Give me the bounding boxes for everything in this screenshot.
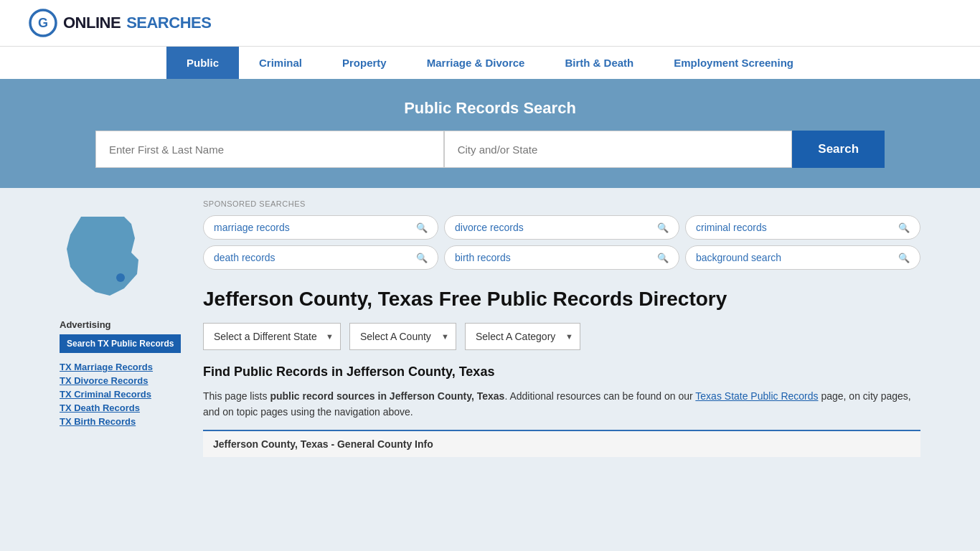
main-nav: Public Criminal Property Marriage & Divo… [0, 46, 980, 79]
city-input[interactable] [444, 131, 793, 168]
search-icon-death: 🔍 [416, 253, 428, 263]
search-tag-birth[interactable]: birth records 🔍 [444, 245, 679, 270]
nav-item-criminal[interactable]: Criminal [239, 47, 322, 79]
main-wrapper: Advertising Search TX Public Records TX … [45, 188, 935, 457]
sidebar-link-criminal[interactable]: TX Criminal Records [60, 389, 189, 400]
sidebar-link-divorce[interactable]: TX Divorce Records [60, 375, 189, 386]
search-button[interactable]: Search [792, 131, 885, 168]
nav-item-property[interactable]: Property [322, 47, 407, 79]
search-tag-background[interactable]: background search 🔍 [685, 245, 920, 270]
sponsored-label: SPONSORED SEARCHES [203, 199, 920, 208]
nav-item-public[interactable]: Public [166, 47, 239, 79]
search-banner-title: Public Records Search [29, 99, 951, 118]
search-tag-marriage[interactable]: marriage records 🔍 [203, 215, 438, 240]
category-dropdown-wrap: Select A Category [465, 323, 580, 350]
state-dropdown[interactable]: Select a Different State [203, 323, 341, 350]
content-area: SPONSORED SEARCHES marriage records 🔍 di… [189, 188, 920, 457]
search-icon-divorce: 🔍 [657, 222, 669, 233]
state-dropdown-wrap: Select a Different State [203, 323, 341, 350]
nav-item-birth[interactable]: Birth & Death [545, 47, 654, 79]
find-paragraph: This page lists public record sources in… [203, 388, 920, 420]
logo-text-online: ONLINE [63, 14, 121, 32]
search-tag-death[interactable]: death records 🔍 [203, 245, 438, 270]
search-tags-grid: marriage records 🔍 divorce records 🔍 cri… [203, 215, 920, 270]
category-dropdown[interactable]: Select A Category [465, 323, 580, 350]
county-info-bar: Jefferson County, Texas - General County… [203, 430, 920, 457]
nav-item-marriage[interactable]: Marriage & Divorce [407, 47, 545, 79]
find-para-bold: public record sources in Jefferson Count… [270, 390, 504, 402]
svg-point-2 [116, 273, 125, 282]
logo-icon: G [29, 9, 57, 37]
find-heading: Find Public Records in Jefferson County,… [203, 364, 920, 380]
nav-item-employment[interactable]: Employment Screening [654, 47, 814, 79]
svg-text:G: G [38, 16, 48, 30]
sidebar-advertising-label: Advertising [60, 319, 189, 330]
sidebar-ad-button[interactable]: Search TX Public Records [60, 334, 181, 353]
search-icon-marriage: 🔍 [416, 222, 428, 233]
sidebar-link-birth[interactable]: TX Birth Records [60, 416, 189, 427]
sidebar-link-marriage[interactable]: TX Marriage Records [60, 362, 189, 372]
dropdowns-row: Select a Different State Select A County… [203, 323, 920, 350]
header: G ONLINE SEARCHES [0, 0, 980, 46]
sidebar: Advertising Search TX Public Records TX … [60, 188, 189, 457]
sidebar-link-death[interactable]: TX Death Records [60, 402, 189, 413]
county-dropdown[interactable]: Select A County [349, 323, 456, 350]
search-icon-background: 🔍 [898, 253, 910, 263]
county-heading: Jefferson County, Texas Free Public Reco… [203, 287, 920, 311]
name-input[interactable] [95, 131, 444, 168]
logo-text-searches: SEARCHES [126, 14, 211, 32]
search-icon-birth: 🔍 [657, 253, 669, 263]
logo: G ONLINE SEARCHES [29, 9, 211, 37]
county-dropdown-wrap: Select A County [349, 323, 456, 350]
search-icon-criminal: 🔍 [898, 222, 910, 233]
search-form: Search [95, 131, 885, 168]
texas-state-link[interactable]: Texas State Public Records [695, 390, 818, 402]
find-para-start: This page lists [203, 390, 270, 402]
search-tag-divorce[interactable]: divorce records 🔍 [444, 215, 679, 240]
search-tag-criminal[interactable]: criminal records 🔍 [685, 215, 920, 240]
search-banner: Public Records Search Search [0, 79, 980, 188]
find-para-mid: . Additional resources can be found on o… [504, 390, 695, 402]
texas-map [60, 209, 146, 305]
